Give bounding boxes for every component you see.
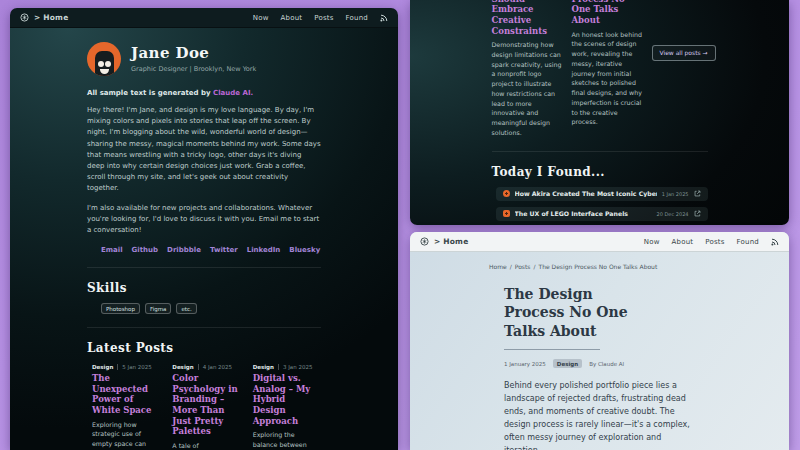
post-date: 5 Jan 2025	[117, 364, 151, 370]
title-divider	[504, 349, 600, 350]
post-category: Design	[172, 364, 197, 370]
article-page-window: > Home Now About Posts Found Home / Post…	[410, 232, 789, 450]
post-description: A tale of miscommunication, mime, and de…	[172, 441, 240, 450]
social-link-twitter[interactable]: Twitter	[210, 246, 238, 254]
nav-home-link[interactable]: > Home	[434, 237, 468, 246]
latest-posts-grid: Design5 Jan 2025 The Unexpected Power of…	[92, 364, 321, 450]
nav-item-found[interactable]: Found	[346, 14, 368, 22]
latest-posts-grid-bottom-row: Life2 Jan 2025 Why Designers Should Embr…	[492, 0, 708, 138]
skill-tag-photoshop: Photoshop	[101, 303, 140, 314]
post-description: Exploring how strategic use of empty spa…	[92, 420, 160, 450]
skill-tag-etc: etc.	[176, 303, 196, 314]
breadcrumb-home[interactable]: Home	[489, 263, 507, 270]
post-description: An honest look behind the scenes of desi…	[572, 30, 644, 128]
post-title-link[interactable]: Why Designers Should Embrace Creative Co…	[492, 0, 564, 36]
found-link-title[interactable]: The UX of LEGO Interface Panels	[515, 210, 652, 217]
breadcrumb-posts[interactable]: Posts	[515, 263, 531, 270]
breadcrumb-separator: /	[533, 263, 535, 270]
rss-icon[interactable]	[380, 14, 388, 22]
bio-paragraph-2: I'm also available for new projects and …	[87, 203, 321, 237]
social-links: Email Github Dribbble Twitter LinkedIn B…	[101, 246, 321, 254]
social-link-linkedin[interactable]: LinkedIn	[247, 246, 281, 254]
skills-heading: Skills	[87, 281, 321, 295]
divider	[492, 151, 708, 152]
post-category: Design	[92, 364, 117, 370]
profile-tagline: Graphic Designer | Brooklyn, New York	[131, 65, 256, 73]
article-date: 1 January 2025	[504, 361, 546, 367]
post-title-link[interactable]: The Unexpected Power of White Space	[92, 373, 160, 416]
external-link-icon	[694, 190, 701, 197]
found-link-date: 20 Dec 2024	[657, 211, 689, 217]
nav-item-posts[interactable]: Posts	[314, 14, 333, 22]
breadcrumb: Home / Posts / The Design Process No One…	[489, 263, 789, 270]
article: The Design Process No One Talks About 1 …	[504, 285, 690, 450]
nav-home-link[interactable]: > Home	[34, 13, 68, 22]
article-title: The Design Process No One Talks About	[504, 285, 630, 340]
skill-tag-figma: Figma	[145, 303, 172, 314]
found-link-date: 1 Jan 2025	[662, 191, 689, 197]
breadcrumb-separator: /	[510, 263, 512, 270]
site-logo-icon[interactable]	[20, 13, 29, 22]
link-favicon-icon	[503, 210, 510, 217]
home-page-window: > Home Now About Posts Found Jane Doe Gr…	[10, 8, 398, 450]
site-navbar: > Home Now About Posts Found	[10, 8, 398, 28]
home-page-body: Jane Doe Graphic Designer | Brooklyn, Ne…	[10, 28, 398, 450]
post-card[interactable]: Design4 Jan 2025 Color Psychology in Bra…	[172, 364, 240, 450]
today-found-heading: Today I Found...	[492, 165, 708, 179]
post-description: Exploring the balance between traditiona…	[253, 430, 321, 450]
article-page-body: Home / Posts / The Design Process No One…	[410, 252, 789, 450]
divider	[87, 327, 321, 328]
nav-item-now[interactable]: Now	[644, 238, 660, 246]
home-page-window-scrolled: Life2 Jan 2025 Why Designers Should Embr…	[410, 0, 789, 225]
today-found-list: How Akira Created The Most Iconic CyberP…	[496, 187, 708, 225]
post-date: 4 Jan 2025	[198, 364, 232, 370]
post-card[interactable]: Design1 Jan 2025 The Design Process No O…	[572, 0, 644, 138]
found-link-title[interactable]: How Akira Created The Most Iconic CyberP…	[515, 190, 657, 197]
external-link-icon	[694, 210, 701, 217]
social-link-dribbble[interactable]: Dribbble	[167, 246, 201, 254]
latest-posts-heading: Latest Posts	[87, 341, 321, 355]
profile-name: Jane Doe	[131, 45, 256, 62]
site-navbar: > Home Now About Posts Found	[410, 232, 789, 252]
social-link-github[interactable]: Github	[132, 246, 158, 254]
article-category-badge[interactable]: Design	[553, 359, 582, 368]
nav-item-about[interactable]: About	[672, 238, 694, 246]
post-date: 3 Jan 2025	[278, 364, 312, 370]
nav-item-now[interactable]: Now	[253, 14, 269, 22]
post-title-link[interactable]: Digital vs. Analog – My Hybrid Design Ap…	[253, 373, 321, 426]
post-card[interactable]: Design3 Jan 2025 Digital vs. Analog – My…	[253, 364, 321, 450]
profile-header: Jane Doe Graphic Designer | Brooklyn, Ne…	[87, 42, 321, 76]
post-description: Demonstrating how design limitations can…	[492, 40, 564, 138]
sample-text-note: All sample text is generated by Claude A…	[87, 89, 321, 97]
post-category: Design	[253, 364, 278, 370]
article-byline: By Claude AI	[589, 361, 624, 367]
post-card[interactable]: Design5 Jan 2025 The Unexpected Power of…	[92, 364, 160, 450]
bio-paragraph-1: Hey there! I'm Jane, and design is my lo…	[87, 105, 321, 195]
social-link-bluesky[interactable]: Bluesky	[289, 246, 320, 254]
claude-ai-link[interactable]: Claude AI.	[213, 89, 253, 97]
nav-item-posts[interactable]: Posts	[705, 238, 724, 246]
skills-tags: Photoshop Figma etc.	[101, 303, 321, 314]
article-meta: 1 January 2025 Design By Claude AI	[504, 359, 690, 368]
rss-icon[interactable]	[771, 238, 779, 246]
view-all-posts-button[interactable]: View all posts →	[652, 45, 716, 61]
divider	[87, 267, 321, 268]
found-item[interactable]: How Akira Created The Most Iconic CyberP…	[496, 187, 708, 201]
breadcrumb-current: The Design Process No One Talks About	[538, 263, 657, 270]
site-logo-icon[interactable]	[420, 237, 429, 246]
post-card[interactable]: Life2 Jan 2025 Why Designers Should Embr…	[492, 0, 564, 138]
link-favicon-icon	[503, 190, 510, 197]
post-title-link[interactable]: Color Psychology in Branding – More Than…	[172, 373, 240, 437]
article-lead-paragraph: Behind every polished portfolio piece li…	[504, 380, 690, 450]
post-title-link[interactable]: The Design Process No One Talks About	[572, 0, 644, 26]
nav-item-found[interactable]: Found	[737, 238, 759, 246]
avatar	[87, 42, 121, 76]
nav-item-about[interactable]: About	[281, 14, 303, 22]
found-item[interactable]: The UX of LEGO Interface Panels 20 Dec 2…	[496, 207, 708, 221]
social-link-email[interactable]: Email	[101, 246, 123, 254]
